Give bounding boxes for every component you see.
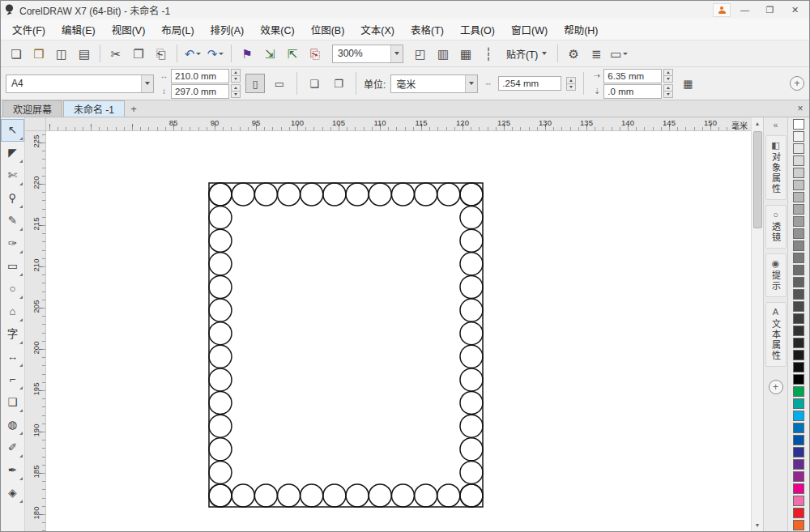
frame-circle[interactable] [209,275,232,298]
frame-circle[interactable] [391,183,414,206]
frame-circle[interactable] [254,484,277,507]
color-swatch[interactable] [793,483,804,494]
units-combobox[interactable]: 毫米 [390,74,478,93]
color-swatch[interactable] [793,508,804,518]
frame-circle[interactable] [209,484,232,507]
frame-circle[interactable] [460,368,483,391]
maximize-button[interactable]: ❐ [759,2,781,17]
spin-down-icon[interactable] [663,91,673,98]
search-content-button[interactable]: ⚑ [237,43,258,64]
zoom-tool[interactable]: ⚲ [1,187,24,210]
treat-as-filled-button[interactable]: ▦ [678,74,697,93]
quick-customize-button[interactable]: + [790,76,804,91]
paste-button[interactable]: ⎗ [151,43,172,64]
color-swatch[interactable] [793,374,804,385]
frame-circle[interactable] [460,438,483,461]
menu-help[interactable]: 帮助(H) [556,19,606,40]
import-button[interactable]: ⇲ [259,43,280,64]
titlebar[interactable]: CorelDRAW X7 (64-Bit) - 未命名 -1 — ❐ ✕ [1,1,809,19]
spin-down-icon[interactable] [231,75,241,83]
publish-pdf-button[interactable]: ⎘ [305,43,326,64]
pick-tool[interactable]: ↖ [1,119,24,142]
snap-to-dropdown[interactable]: 贴齐(T) [501,44,552,63]
undo-button[interactable]: ↶ [182,43,203,64]
show-rulers-button[interactable]: ▥ [433,43,454,64]
application-launcher-button[interactable]: ▭ [608,43,629,64]
color-swatch[interactable] [793,350,804,360]
redo-button[interactable]: ↷ [205,43,226,64]
spin-down-icon[interactable] [566,83,576,91]
color-swatch[interactable] [793,289,804,300]
frame-circle[interactable] [460,253,483,275]
nudge-offset-spinner[interactable] [566,77,576,91]
frame-circle[interactable] [460,392,483,415]
menu-view[interactable]: 视图(V) [104,19,154,40]
fullscreen-preview-button[interactable]: ◰ [410,43,431,64]
scrollbar-thumb[interactable] [753,131,762,228]
canvas[interactable] [46,131,751,531]
transparency-tool[interactable]: ◍ [1,414,24,436]
frame-circle[interactable] [460,183,483,206]
duplicate-x-field[interactable]: 6.35 mm [603,69,662,83]
drop-shadow-tool[interactable]: ❑ [1,391,24,414]
color-swatch[interactable] [793,338,804,348]
paper-height-field[interactable]: 297.0 mm [171,84,229,99]
frame-circle[interactable] [209,415,232,437]
docker-tab-text-properties[interactable]: A文本属性 [765,302,787,367]
color-swatch[interactable] [793,313,804,324]
dimension-tool[interactable]: ↔ [1,346,24,368]
color-swatch[interactable] [793,228,804,239]
frame-circle[interactable] [369,183,391,206]
outline-pen-tool[interactable]: ✒ [1,459,24,482]
ellipse-tool[interactable]: ○ [1,278,24,300]
frame-circle[interactable] [301,484,323,507]
menu-edit[interactable]: 编辑(E) [53,19,104,40]
color-swatch[interactable] [793,411,804,421]
color-swatch[interactable] [793,155,804,166]
color-swatch[interactable] [793,240,804,251]
frame-circle[interactable] [460,322,483,345]
frame-circle[interactable] [232,183,254,206]
text-tool[interactable]: 字 [1,323,24,346]
frame-circle[interactable] [209,322,232,345]
spin-down-icon[interactable] [231,91,241,98]
freehand-tool[interactable]: ✎ [1,210,24,232]
landscape-button[interactable]: ▭ [270,74,289,93]
duplicate-y-field[interactable]: .0 mm [603,84,662,99]
color-swatch[interactable] [793,180,804,190]
color-swatch[interactable] [793,423,804,433]
color-swatch[interactable] [793,192,804,202]
menu-file[interactable]: 文件(F) [4,19,53,40]
cut-button[interactable]: ✂ [105,43,126,64]
frame-circle[interactable] [460,229,483,252]
frame-circle[interactable] [460,345,483,368]
vertical-ruler[interactable]: 225220215210205200195190185180 [25,131,46,531]
zoom-level-combobox[interactable]: 300% [332,45,403,63]
duplicate-x-spinner[interactable] [663,69,673,83]
frame-circle[interactable] [278,484,301,507]
menu-tools[interactable]: 工具(O) [452,19,503,40]
current-page-button[interactable]: ❏ [305,74,324,93]
options-button[interactable]: ⚙ [563,43,584,64]
frame-circle[interactable] [209,229,232,252]
frame-circle[interactable] [209,206,232,229]
new-button[interactable]: ❏ [6,43,27,64]
welcome-screen-button[interactable]: ≣ [586,43,607,64]
frame-circle[interactable] [209,368,232,391]
interactive-fill-tool[interactable]: ◈ [1,482,24,504]
color-swatch[interactable] [793,459,804,470]
connector-tool[interactable]: ⌐ [1,368,24,391]
menu-window[interactable]: 窗口(W) [503,19,556,40]
scroll-up-button[interactable]: ▲ [752,117,763,130]
spin-down-icon[interactable] [663,75,673,83]
color-swatch[interactable] [793,204,804,215]
frame-circle[interactable] [460,461,483,483]
ruler-corner[interactable] [25,117,46,131]
frame-circle[interactable] [460,206,483,229]
copy-button[interactable]: ❐ [128,43,149,64]
crop-tool[interactable]: ✄ [1,164,24,187]
frame-circle[interactable] [460,484,483,507]
rectangle-tool[interactable]: ▭ [1,255,24,278]
paper-height-spinner[interactable] [231,84,241,98]
frame-circle[interactable] [437,183,460,206]
